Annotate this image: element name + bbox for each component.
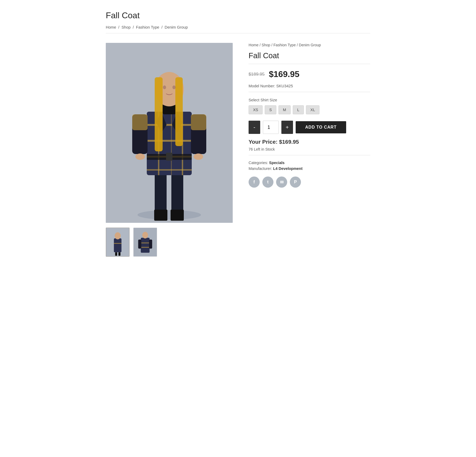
manufacturer-link[interactable]: L4 Development (273, 166, 303, 171)
pinterest-icon[interactable]: P (290, 177, 301, 188)
size-xs[interactable]: XS (249, 105, 263, 114)
size-xl[interactable]: XL (306, 105, 320, 114)
thumbnail-2[interactable] (133, 228, 157, 257)
quantity-decrease-button[interactable]: - (249, 121, 260, 134)
breadcrumb-top: Home / Shop / Fashion Type / Denim Group (106, 25, 370, 29)
svg-point-22 (135, 153, 145, 160)
quantity-input[interactable] (263, 121, 279, 134)
model-number-label: Model Number: (249, 84, 275, 88)
price-original: $189.95 (249, 72, 265, 77)
your-price-value: $169.95 (279, 139, 299, 145)
size-section: Select Shirt Size XS S M L XL (249, 98, 370, 114)
categories-label: Categories: (249, 161, 268, 165)
svg-rect-37 (141, 238, 149, 253)
size-options: XS S M L XL (249, 105, 370, 114)
thumbnail-1[interactable] (106, 228, 130, 257)
quantity-increase-button[interactable]: + (281, 121, 293, 134)
product-details: Home / Shop / Fashion Type / Denim Group… (249, 43, 370, 188)
manufacturer-row: Manufacturer: L4 Development (249, 166, 370, 171)
breadcrumb-product: Home / Shop / Fashion Type / Denim Group (249, 43, 370, 47)
svg-rect-21 (191, 114, 206, 130)
svg-rect-26 (155, 77, 163, 151)
model-number-value: SKU3425 (276, 84, 293, 88)
price-sale: $169.95 (269, 69, 300, 79)
breadcrumb-shop-link[interactable]: Shop (122, 25, 131, 29)
product-layout: Home / Shop / Fashion Type / Denim Group… (106, 43, 370, 257)
product-name: Fall Coat (249, 51, 370, 60)
manufacturer-label: Manufacturer: (249, 166, 272, 171)
model-divider (249, 92, 370, 92)
svg-point-33 (115, 232, 121, 239)
svg-rect-31 (114, 238, 122, 252)
stock-info: 76 Left in Stock (249, 147, 370, 151)
product-images (106, 43, 233, 257)
breadcrumb-home-link[interactable]: Home (106, 25, 116, 29)
name-divider (249, 64, 370, 64)
svg-rect-41 (138, 239, 141, 248)
facebook-icon[interactable]: f (249, 177, 260, 188)
price-block: $189.95 $169.95 (249, 69, 370, 79)
breadcrumb-denimgroup-link[interactable]: Denim Group (165, 25, 188, 29)
page-title: Fall Coat (106, 11, 370, 20)
email-icon[interactable]: ✉ (276, 177, 287, 188)
size-label: Select Shirt Size (249, 98, 370, 102)
svg-rect-5 (171, 210, 184, 221)
svg-point-1 (138, 210, 201, 220)
size-l[interactable]: L (293, 105, 304, 114)
your-price-label: Your Price: (249, 139, 277, 145)
category-link[interactable]: Specials (269, 161, 285, 165)
top-divider (106, 33, 370, 33)
thumbnail-row (106, 228, 233, 257)
svg-point-40 (142, 232, 148, 238)
size-m[interactable]: M (278, 105, 291, 114)
product-breadcrumb-fashiontype[interactable]: Fashion Type (273, 43, 296, 47)
svg-rect-4 (154, 210, 167, 221)
product-breadcrumb-shop[interactable]: Shop (262, 43, 270, 47)
main-product-image (106, 43, 233, 223)
svg-point-28 (163, 85, 166, 89)
svg-rect-42 (149, 239, 152, 248)
svg-rect-19 (132, 114, 148, 130)
cart-row: - + ADD TO CART (249, 121, 370, 134)
product-breadcrumb-denimgroup[interactable]: Denim Group (299, 43, 321, 47)
size-s[interactable]: S (265, 105, 276, 114)
svg-rect-17 (166, 153, 172, 161)
svg-point-29 (172, 85, 176, 89)
svg-rect-34 (115, 252, 117, 256)
social-icons: f t ✉ P (249, 177, 370, 188)
stock-divider (249, 155, 370, 155)
categories-row: Categories: Specials (249, 161, 370, 165)
svg-rect-35 (118, 252, 121, 256)
your-price: Your Price: $169.95 (249, 139, 370, 145)
svg-rect-6 (147, 112, 192, 175)
twitter-icon[interactable]: t (262, 177, 273, 188)
model-number: Model Number: SKU3425 (249, 84, 370, 88)
breadcrumb-fashiontype-link[interactable]: Fashion Type (136, 25, 159, 29)
product-breadcrumb-home[interactable]: Home (249, 43, 259, 47)
svg-point-23 (194, 153, 203, 160)
add-to-cart-button[interactable]: ADD TO CART (296, 121, 346, 133)
svg-rect-27 (175, 77, 183, 146)
